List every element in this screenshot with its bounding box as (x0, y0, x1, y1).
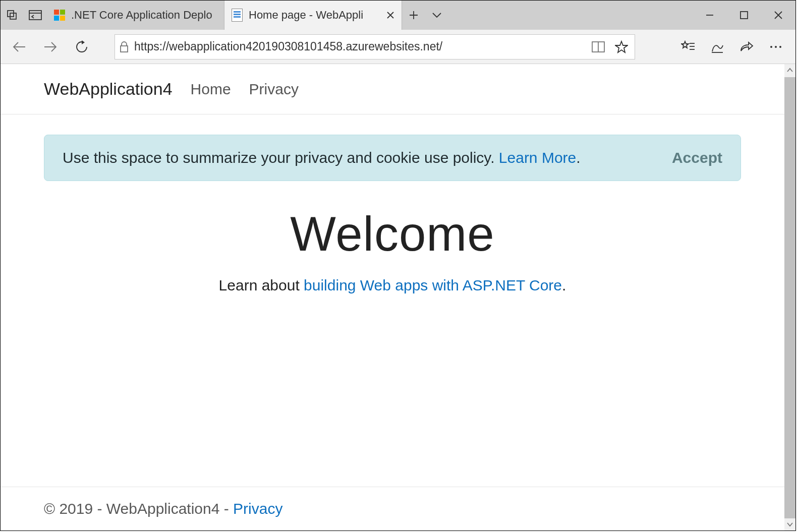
svg-rect-5 (741, 12, 748, 19)
window-controls (693, 1, 795, 30)
site-navbar: WebApplication4 Home Privacy (1, 64, 784, 114)
learn-more-link[interactable]: Learn More (499, 149, 576, 166)
favorites-list-icon[interactable] (673, 40, 703, 53)
accept-button[interactable]: Accept (672, 149, 722, 166)
svg-point-13 (770, 46, 772, 48)
footer-text: © 2019 - WebApplication4 - (44, 500, 233, 517)
url-text: https://webapplication420190308101458.az… (134, 40, 584, 53)
svg-point-14 (775, 46, 777, 48)
nav-back-button[interactable] (6, 33, 33, 61)
reading-view-icon[interactable] (589, 41, 607, 52)
hero-lead-link[interactable]: building Web apps with ASP.NET Core (304, 277, 562, 293)
new-tab-button[interactable] (402, 10, 425, 20)
hero-title: Welcome (44, 206, 741, 262)
nav-forward-button[interactable] (37, 33, 64, 61)
browser-toolbar: https://webapplication420190308101458.az… (1, 30, 795, 64)
close-tab-icon[interactable] (386, 11, 394, 19)
tab-title: .NET Core Application Deplo (71, 9, 217, 22)
banner-text: Use this space to summarize your privacy… (63, 149, 499, 166)
tab-title: Home page - WebAppli (249, 9, 380, 22)
banner-period: . (576, 149, 580, 166)
hero-lead-suffix: . (562, 277, 566, 293)
set-aside-tabs-icon[interactable] (24, 1, 47, 30)
hero-lead-prefix: Learn about (219, 277, 304, 293)
lock-icon (119, 41, 129, 53)
page-content: WebApplication4 Home Privacy Use this sp… (1, 64, 784, 530)
window-close-button[interactable] (761, 1, 795, 30)
svg-point-15 (779, 46, 781, 48)
svg-rect-6 (121, 46, 128, 52)
scroll-thumb[interactable] (784, 77, 795, 518)
browser-tab-bar: .NET Core Application Deplo Home page - … (1, 1, 795, 30)
svg-rect-0 (8, 11, 14, 17)
window-minimize-button[interactable] (693, 1, 727, 30)
hero-section: Welcome Learn about building Web apps wi… (44, 206, 741, 294)
scroll-up-icon[interactable] (787, 64, 793, 76)
scroll-down-icon[interactable] (787, 518, 793, 530)
brand-link[interactable]: WebApplication4 (44, 79, 173, 99)
notes-icon[interactable] (703, 40, 732, 53)
nav-refresh-button[interactable] (68, 33, 95, 61)
tab-actions-icon[interactable] (1, 1, 24, 30)
footer-privacy-link[interactable]: Privacy (233, 500, 282, 517)
share-icon[interactable] (732, 40, 761, 53)
nav-home-link[interactable]: Home (191, 81, 231, 98)
page-favicon-icon (232, 9, 243, 22)
browser-tab-inactive[interactable]: .NET Core Application Deplo (47, 1, 224, 30)
more-menu-icon[interactable] (761, 40, 790, 53)
svg-rect-1 (10, 13, 16, 19)
browser-tab-active[interactable]: Home page - WebAppli (224, 1, 402, 30)
page-footer: © 2019 - WebApplication4 - Privacy (1, 487, 784, 530)
address-bar[interactable]: https://webapplication420190308101458.az… (115, 34, 635, 60)
favorite-star-icon[interactable] (612, 40, 631, 53)
svg-rect-2 (29, 11, 41, 20)
tab-chevron-down-icon[interactable] (425, 12, 448, 19)
window-maximize-button[interactable] (727, 1, 761, 30)
ms-logo-icon (54, 10, 65, 21)
nav-privacy-link[interactable]: Privacy (249, 81, 299, 98)
vertical-scrollbar[interactable] (784, 64, 795, 530)
cookie-banner: Use this space to summarize your privacy… (44, 135, 741, 181)
